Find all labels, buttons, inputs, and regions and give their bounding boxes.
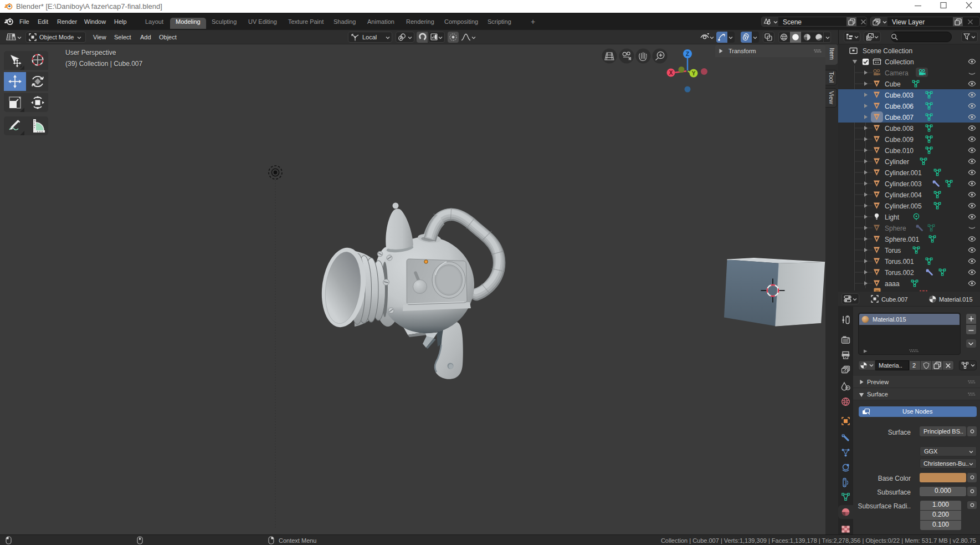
svg-text:X: X bbox=[669, 70, 673, 76]
svg-text:Y: Y bbox=[692, 70, 696, 77]
svg-text:Z: Z bbox=[686, 51, 689, 57]
